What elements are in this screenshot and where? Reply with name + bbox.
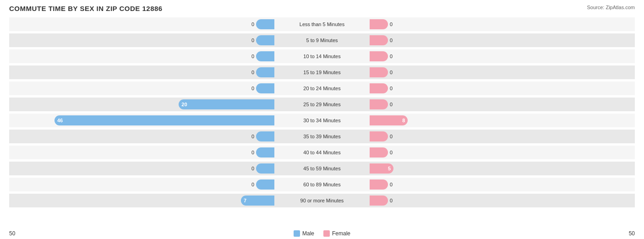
left-section: 7 bbox=[9, 194, 276, 207]
bar-row: 0 40 to 44 Minutes 0 bbox=[9, 146, 635, 159]
bottom-area: 50 Male Female 50 bbox=[0, 228, 644, 237]
female-bar bbox=[370, 51, 388, 61]
male-value: 0 bbox=[243, 54, 254, 59]
bar-label: 20 to 24 Minutes bbox=[276, 86, 368, 91]
right-section: 0 bbox=[368, 65, 635, 79]
legend-female-label: Female bbox=[332, 230, 350, 237]
chart-container: COMMUTE TIME BY SEX IN ZIP CODE 12886 So… bbox=[0, 0, 644, 239]
right-section: 0 bbox=[368, 130, 635, 143]
source-label: Source: ZipAtlas.com bbox=[587, 5, 635, 10]
right-section: 5 bbox=[368, 162, 635, 175]
bar-row: 0 45 to 59 Minutes 5 bbox=[9, 162, 635, 175]
female-value: 0 bbox=[390, 86, 401, 91]
right-section: 0 bbox=[368, 33, 635, 47]
right-section: 8 bbox=[368, 114, 635, 127]
left-section: 20 bbox=[9, 98, 276, 111]
male-bar: 20 bbox=[179, 99, 274, 109]
male-value: 0 bbox=[243, 22, 254, 27]
male-bar bbox=[256, 163, 274, 174]
male-value: 0 bbox=[243, 134, 254, 139]
female-bar: 5 bbox=[370, 163, 393, 174]
male-bar bbox=[256, 35, 274, 45]
bar-label: 60 to 89 Minutes bbox=[276, 182, 368, 187]
right-section: 0 bbox=[368, 178, 635, 191]
right-section: 0 bbox=[368, 98, 635, 111]
chart-title: COMMUTE TIME BY SEX IN ZIP CODE 12886 bbox=[9, 5, 635, 12]
female-bar bbox=[370, 196, 388, 206]
female-bar bbox=[370, 99, 388, 109]
bar-label: 5 to 9 Minutes bbox=[276, 38, 368, 43]
bar-label: 90 or more Minutes bbox=[276, 198, 368, 203]
bar-row: 46 30 to 34 Minutes 8 bbox=[9, 114, 635, 127]
male-value: 0 bbox=[243, 38, 254, 43]
right-section: 0 bbox=[368, 194, 635, 207]
bar-label: 25 to 29 Minutes bbox=[276, 102, 368, 107]
female-value: 0 bbox=[390, 38, 401, 43]
female-value: 0 bbox=[390, 70, 401, 75]
male-value: 0 bbox=[243, 70, 254, 75]
male-bar bbox=[256, 67, 274, 77]
bar-row: 20 25 to 29 Minutes 0 bbox=[9, 98, 635, 111]
legend: Male Female bbox=[294, 230, 350, 237]
left-section: 0 bbox=[9, 65, 276, 79]
left-section: 0 bbox=[9, 33, 276, 47]
bar-row: 0 5 to 9 Minutes 0 bbox=[9, 33, 635, 47]
bar-label: 35 to 39 Minutes bbox=[276, 134, 368, 139]
female-value: 0 bbox=[390, 102, 401, 107]
bar-label: 15 to 19 Minutes bbox=[276, 70, 368, 75]
female-value: 0 bbox=[390, 54, 401, 59]
left-section: 0 bbox=[9, 146, 276, 159]
bar-row: 0 20 to 24 Minutes 0 bbox=[9, 81, 635, 95]
left-section: 0 bbox=[9, 178, 276, 191]
axis-right-label: 50 bbox=[629, 230, 635, 237]
male-bar bbox=[256, 19, 274, 29]
female-bar bbox=[370, 67, 388, 77]
male-value: 0 bbox=[243, 86, 254, 91]
female-bar bbox=[370, 83, 388, 93]
right-section: 0 bbox=[368, 81, 635, 95]
bar-label: Less than 5 Minutes bbox=[276, 22, 368, 27]
bar-row: 7 90 or more Minutes 0 bbox=[9, 194, 635, 207]
male-bar bbox=[256, 179, 274, 190]
male-bar: 46 bbox=[55, 115, 274, 125]
left-section: 46 bbox=[9, 114, 276, 127]
legend-male: Male bbox=[294, 230, 314, 237]
axis-left-label: 50 bbox=[9, 230, 15, 237]
right-section: 0 bbox=[368, 146, 635, 159]
bar-label: 45 to 59 Minutes bbox=[276, 166, 368, 171]
left-section: 0 bbox=[9, 162, 276, 175]
bar-label: 40 to 44 Minutes bbox=[276, 150, 368, 155]
legend-female-box bbox=[323, 230, 330, 237]
legend-male-label: Male bbox=[302, 230, 314, 237]
left-section: 0 bbox=[9, 130, 276, 143]
female-value: 0 bbox=[390, 22, 401, 27]
bar-label: 30 to 34 Minutes bbox=[276, 118, 368, 123]
male-bar: 7 bbox=[241, 196, 274, 206]
legend-female: Female bbox=[323, 230, 350, 237]
bar-row: 0 15 to 19 Minutes 0 bbox=[9, 65, 635, 79]
male-bar bbox=[256, 131, 274, 141]
male-bar bbox=[256, 147, 274, 158]
bar-label: 10 to 14 Minutes bbox=[276, 54, 368, 59]
female-value: 0 bbox=[390, 134, 401, 139]
female-bar bbox=[370, 179, 388, 190]
female-value: 0 bbox=[390, 182, 401, 187]
female-bar: 8 bbox=[370, 115, 408, 125]
male-value: 0 bbox=[243, 166, 254, 171]
bar-row: 0 60 to 89 Minutes 0 bbox=[9, 178, 635, 191]
female-bar bbox=[370, 35, 388, 45]
female-value: 0 bbox=[390, 198, 401, 203]
male-bar bbox=[256, 51, 274, 61]
bar-row: 0 35 to 39 Minutes 0 bbox=[9, 130, 635, 143]
bar-row: 0 Less than 5 Minutes 0 bbox=[9, 17, 635, 31]
female-bar bbox=[370, 19, 388, 29]
female-bar bbox=[370, 147, 388, 158]
legend-male-box bbox=[294, 230, 300, 237]
female-bar bbox=[370, 131, 388, 141]
right-section: 0 bbox=[368, 49, 635, 63]
female-value: 0 bbox=[390, 150, 401, 155]
left-section: 0 bbox=[9, 49, 276, 63]
left-section: 0 bbox=[9, 81, 276, 95]
bar-row: 0 10 to 14 Minutes 0 bbox=[9, 49, 635, 63]
left-section: 0 bbox=[9, 17, 276, 31]
